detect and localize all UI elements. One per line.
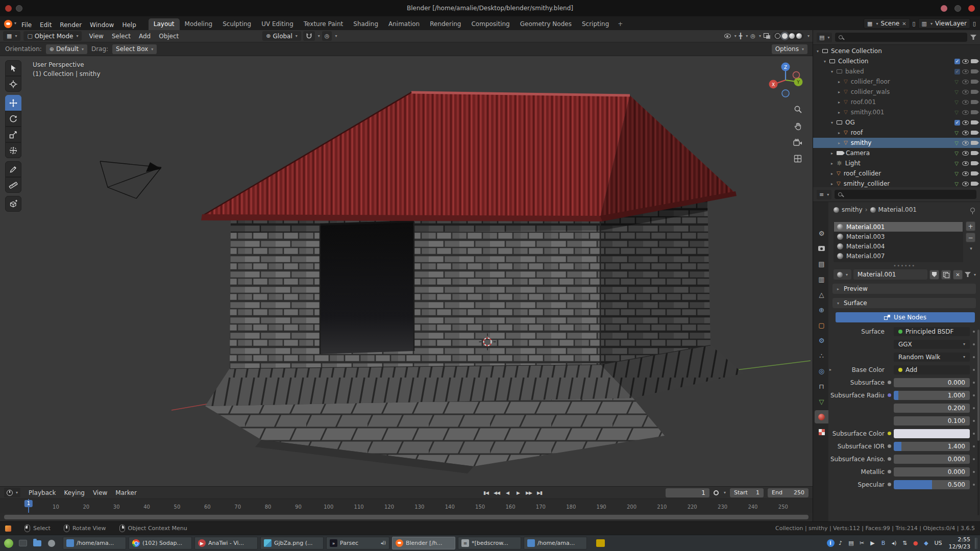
workspace-tab-rendering[interactable]: Rendering bbox=[425, 18, 466, 30]
viewport-menu-view[interactable]: View bbox=[85, 31, 107, 41]
prev-keyframe-icon[interactable]: ◀◀ bbox=[492, 488, 501, 497]
decorator-dot[interactable] bbox=[973, 356, 975, 358]
disclosure-right-icon[interactable]: ▸ bbox=[829, 182, 835, 186]
outliner-row-smithy[interactable]: ▸▽smithy▽ bbox=[813, 138, 980, 148]
clip-tray-icon[interactable]: ✂ bbox=[857, 540, 867, 546]
disable-in-renders-icon[interactable] bbox=[971, 69, 977, 73]
distribution-dropdown[interactable]: GGX ▾ bbox=[894, 340, 970, 349]
collection-checkbox[interactable] bbox=[954, 69, 960, 74]
chevron-down-icon[interactable]: ▾ bbox=[318, 34, 320, 38]
material-slot-material-001[interactable]: Material.001 bbox=[834, 222, 963, 232]
material-slot-material-007[interactable]: Material.007 bbox=[834, 251, 963, 261]
taskbar-window-102-sodap[interactable]: (102) Sodap... bbox=[129, 537, 192, 549]
screenshot-launcher[interactable] bbox=[45, 537, 58, 549]
workspace-tab-uv-editing[interactable]: UV Editing bbox=[256, 18, 299, 30]
files-launcher[interactable] bbox=[31, 537, 43, 549]
material-filter-icon[interactable] bbox=[965, 272, 971, 277]
viewport-3d[interactable]: User Perspective (1) Collection | smithy bbox=[0, 56, 813, 486]
surface-shader-field[interactable]: Principled BSDF bbox=[894, 327, 970, 336]
disable-in-renders-icon[interactable] bbox=[971, 120, 977, 124]
unlink-scene-icon[interactable]: ✕ bbox=[902, 21, 906, 27]
viewport-menu-select[interactable]: Select bbox=[108, 31, 135, 41]
camera-object[interactable] bbox=[100, 161, 161, 198]
current-frame-field[interactable]: 1 bbox=[666, 488, 709, 497]
hide-in-viewport-eye-icon[interactable] bbox=[962, 161, 969, 166]
mode-dropdown[interactable]: ▢ Object Mode ▾ bbox=[23, 31, 82, 41]
chevron-down-icon[interactable]: ▾ bbox=[746, 34, 748, 38]
properties-tab-object[interactable]: ▢ bbox=[815, 318, 828, 332]
timeline-menu-playback[interactable]: Playback bbox=[24, 488, 60, 498]
disable-in-renders-icon[interactable] bbox=[971, 161, 977, 165]
outliner-search-input[interactable] bbox=[835, 33, 967, 42]
hide-in-viewport-eye-icon[interactable] bbox=[962, 110, 969, 115]
decorator-dot[interactable] bbox=[973, 458, 975, 460]
property-field[interactable]: 0.000 bbox=[894, 378, 970, 387]
hide-in-viewport-eye-icon[interactable] bbox=[962, 120, 969, 125]
snap-toggle[interactable] bbox=[303, 31, 315, 41]
tool-cursor-button[interactable] bbox=[5, 76, 21, 92]
play-reverse-icon[interactable]: ◀ bbox=[503, 488, 512, 497]
gizmo-negative-x-axis[interactable] bbox=[793, 72, 800, 79]
hide-in-viewport-eye-icon[interactable] bbox=[962, 131, 969, 135]
maximize-button[interactable] bbox=[954, 5, 961, 12]
gizmos-icon[interactable]: ╋ bbox=[739, 33, 743, 39]
close-button[interactable] bbox=[968, 5, 975, 12]
menu-help[interactable]: Help bbox=[118, 20, 140, 30]
play-tray-icon[interactable]: ▶ bbox=[868, 540, 877, 546]
workspace-tab-shading[interactable]: Shading bbox=[348, 18, 383, 30]
new-scene-icon[interactable]: ▯ bbox=[913, 21, 916, 27]
taskbar-window-home-ama[interactable]: /home/ama... bbox=[63, 537, 126, 549]
material-browse-dropdown[interactable]: ▾ bbox=[834, 269, 851, 280]
record-tray-icon[interactable]: ● bbox=[911, 540, 920, 546]
clock[interactable]: 2:55 12/9/23 bbox=[949, 536, 970, 549]
decorator-dot[interactable] bbox=[973, 407, 975, 409]
decorator-dot[interactable] bbox=[973, 471, 975, 473]
disclosure-down-icon[interactable]: ▾ bbox=[829, 69, 835, 74]
scene-browse-icon[interactable]: ▦ bbox=[867, 21, 872, 27]
chevron-down-icon[interactable]: ▾ bbox=[734, 34, 737, 38]
navigation-gizmo[interactable]: Z Y X bbox=[766, 60, 805, 100]
disclosure-right-icon[interactable]: ▸ bbox=[837, 100, 842, 105]
next-keyframe-icon[interactable]: ▶▶ bbox=[524, 488, 533, 497]
properties-tab-constraints[interactable]: ⊓ bbox=[815, 380, 828, 393]
disable-in-renders-icon[interactable] bbox=[971, 90, 977, 94]
viewport-3d-scene[interactable] bbox=[0, 56, 813, 486]
disclosure-down-icon[interactable]: ▾ bbox=[815, 49, 820, 54]
xray-toggle-icon[interactable] bbox=[764, 33, 770, 39]
chevron-down-icon[interactable]: ▾ bbox=[974, 272, 976, 277]
add-slot-button[interactable]: + bbox=[966, 221, 975, 231]
network-tray-icon[interactable]: ⇅ bbox=[900, 540, 910, 546]
outliner-row-smithy-collider[interactable]: ▸▽smithy_collider▽ bbox=[813, 179, 980, 187]
chevron-down-icon[interactable]: ▾ bbox=[335, 34, 337, 38]
breadcrumb-material[interactable]: Material.001 bbox=[878, 206, 917, 213]
disclosure-right-icon[interactable]: ▸ bbox=[829, 161, 835, 166]
shield-tray-icon[interactable]: ◆ bbox=[922, 540, 931, 546]
outliner-row-scene-collection[interactable]: ▾Scene Collection bbox=[813, 46, 980, 56]
properties-tab-scene[interactable]: △ bbox=[815, 288, 828, 301]
color-swatch[interactable] bbox=[894, 429, 970, 438]
expand-icon[interactable]: ▸ bbox=[829, 367, 831, 372]
unlink-material-icon[interactable]: ✕ bbox=[953, 270, 963, 280]
disclosure-right-icon[interactable]: ▸ bbox=[837, 90, 842, 94]
disable-in-renders-icon[interactable] bbox=[971, 110, 977, 114]
workspace-add-tab[interactable]: + bbox=[614, 18, 626, 30]
workspace-tab-geometry-nodes[interactable]: Geometry Nodes bbox=[515, 18, 577, 30]
taskbar-window-home-ama[interactable]: /home/ama... bbox=[524, 537, 587, 549]
drag-setting-dropdown[interactable]: Select Box ▾ bbox=[112, 44, 157, 54]
property-field[interactable]: 0.000 bbox=[894, 455, 970, 464]
camera-view-icon[interactable] bbox=[793, 139, 802, 148]
outliner-row-roof-001[interactable]: ▸▽roof.001▽ bbox=[813, 97, 980, 107]
menu-window[interactable]: Window bbox=[86, 20, 118, 30]
sss-method-dropdown[interactable]: Random Walk ▾ bbox=[894, 353, 970, 362]
options-dropdown[interactable]: Options ▾ bbox=[772, 44, 807, 54]
tool-measure-button[interactable] bbox=[5, 177, 21, 193]
hide-in-viewport-eye-icon[interactable] bbox=[962, 171, 969, 176]
music-tray-icon[interactable]: ♪ bbox=[836, 540, 845, 546]
outliner-row-collider-wals[interactable]: ▸▽collider_wals▽ bbox=[813, 87, 980, 97]
chevron-down-icon[interactable]: ▾ bbox=[724, 490, 726, 495]
tool-scale-button[interactable] bbox=[5, 127, 21, 142]
tool-rotate-button[interactable] bbox=[5, 111, 21, 127]
outliner-editor-type-button[interactable]: ▤ ▾ bbox=[817, 33, 832, 42]
surface-panel-header[interactable]: ▾ Surface bbox=[832, 298, 976, 308]
decorator-dot[interactable] bbox=[973, 420, 975, 422]
